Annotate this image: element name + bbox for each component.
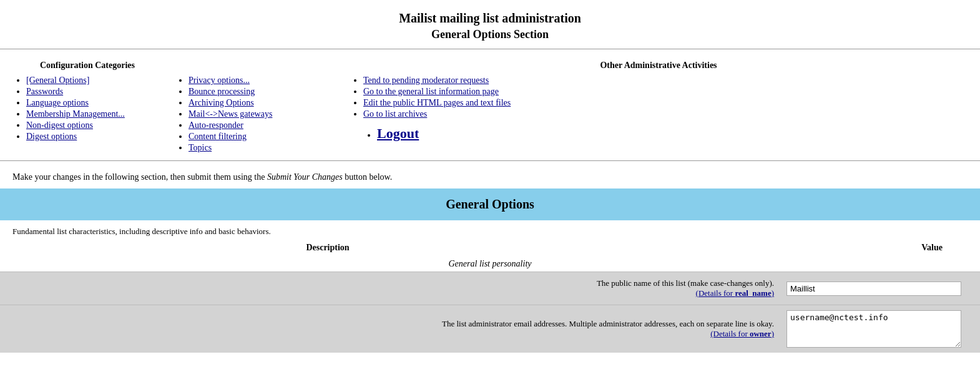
list-item: Go to the general list information page	[363, 87, 968, 97]
archiving-options-link[interactable]: Archiving Options	[189, 98, 254, 107]
list-item: [General Options]	[26, 76, 162, 86]
digest-options-link[interactable]: Digest options	[26, 132, 77, 141]
list-item: Go to list archives	[363, 109, 968, 119]
list-item: Language options	[26, 98, 162, 108]
logout-list: Logout	[363, 125, 968, 142]
list-item: Membership Management...	[26, 109, 162, 119]
owner-details-link[interactable]: (Details for owner)	[710, 329, 774, 339]
row-description: The list administrator email addresses. …	[0, 305, 780, 353]
non-digest-options-link[interactable]: Non-digest options	[26, 120, 93, 130]
other-admin-list: Tend to pending moderator requests Go to…	[350, 76, 968, 119]
content-filtering-link[interactable]: Content filtering	[189, 132, 247, 141]
real-name-details-link[interactable]: (Details for real_name)	[696, 288, 774, 298]
privacy-options-link[interactable]: Privacy options...	[189, 76, 250, 85]
config-categories-header: Configuration Categories	[12, 61, 162, 71]
section-description: Fundamental list characteristics, includ…	[0, 220, 980, 240]
list-item: Tend to pending moderator requests	[363, 76, 968, 86]
real-name-desc: The public name of this list (make case-…	[597, 278, 774, 288]
bounce-processing-link[interactable]: Bounce processing	[189, 87, 255, 96]
config-categories-section: Configuration Categories [General Option…	[0, 56, 980, 160]
general-list-info-link[interactable]: Go to the general list information page	[363, 87, 499, 96]
list-item: Bounce processing	[189, 87, 337, 97]
page-title: Mailist mailing list administration	[0, 0, 980, 28]
topics-link[interactable]: Topics	[189, 143, 212, 152]
table-row: The public name of this list (make case-…	[0, 272, 980, 305]
list-item: Archiving Options	[189, 98, 337, 108]
instructions-section: Make your changes in the following secti…	[0, 167, 980, 188]
row-value: username@nctest.info	[780, 305, 980, 353]
passwords-link[interactable]: Passwords	[26, 87, 63, 96]
instructions-text-after: button below.	[343, 172, 393, 182]
list-item: Privacy options...	[189, 76, 337, 86]
edit-html-pages-link[interactable]: Edit the public HTML pages and text file…	[363, 98, 511, 107]
owner-desc: The list administrator email addresses. …	[442, 319, 774, 329]
list-item: Auto-responder	[189, 120, 337, 130]
instructions-text-before: Make your changes in the following secti…	[12, 172, 267, 182]
list-item: Content filtering	[189, 132, 337, 142]
list-archives-link[interactable]: Go to list archives	[363, 109, 427, 119]
row-description: The public name of this list (make case-…	[0, 272, 780, 305]
other-admin-section: Other Administrative Activities Tend to …	[350, 61, 968, 154]
divider-middle	[0, 160, 980, 161]
list-item: Digest options	[26, 132, 162, 142]
membership-management-link[interactable]: Membership Management...	[26, 109, 125, 119]
table-headers: Description Value	[0, 240, 980, 255]
config-categories-label-spacer: Configuration Categories [General Option…	[12, 61, 162, 154]
col-value-header: Value	[768, 243, 968, 253]
list-item: Logout	[377, 125, 968, 142]
personality-label: General list personality	[0, 255, 980, 272]
logout-link[interactable]: Logout	[377, 125, 419, 141]
col-description-header: Description	[12, 243, 768, 253]
row-value	[780, 272, 980, 305]
list-item: Non-digest options	[26, 120, 162, 130]
instructions-italic: Submit Your Changes	[267, 172, 343, 182]
general-options-header: General Options	[0, 188, 980, 220]
config-left-list: [General Options] Passwords Language opt…	[12, 76, 162, 142]
real-name-input[interactable]	[786, 281, 961, 296]
page-subtitle: General Options Section	[0, 28, 980, 49]
language-options-link[interactable]: Language options	[26, 98, 89, 107]
other-admin-header: Other Administrative Activities	[350, 61, 968, 71]
table-row: The list administrator email addresses. …	[0, 305, 980, 353]
general-options-link[interactable]: [General Options]	[26, 76, 89, 85]
divider-top	[0, 49, 980, 49]
auto-responder-link[interactable]: Auto-responder	[189, 120, 243, 130]
list-item: Topics	[189, 143, 337, 153]
config-middle-list-container: Privacy options... Bounce processing Arc…	[175, 61, 337, 154]
list-item: Mail<->News gateways	[189, 109, 337, 119]
mail-news-gateways-link[interactable]: Mail<->News gateways	[189, 109, 272, 119]
list-item: Passwords	[26, 87, 162, 97]
config-middle-list: Privacy options... Bounce processing Arc…	[175, 76, 337, 153]
owner-textarea[interactable]: username@nctest.info	[786, 310, 961, 348]
pending-moderator-link[interactable]: Tend to pending moderator requests	[363, 76, 489, 85]
list-item: Edit the public HTML pages and text file…	[363, 98, 968, 108]
